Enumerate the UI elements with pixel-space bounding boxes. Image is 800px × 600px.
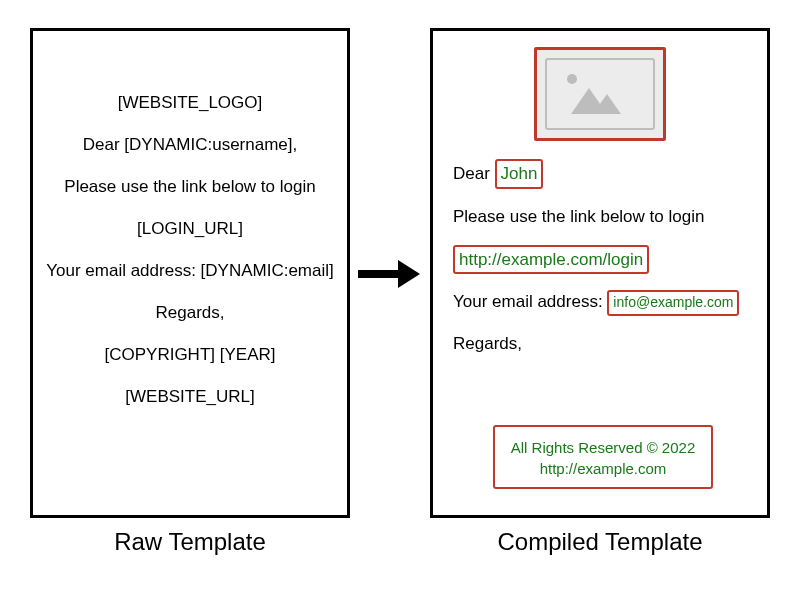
compiled-template-caption: Compiled Template <box>430 528 770 556</box>
username-value: John <box>495 159 544 189</box>
raw-template-panel: [WEBSITE_LOGO] Dear [DYNAMIC:username], … <box>30 28 350 518</box>
compiled-dear-line: Dear John <box>453 159 747 189</box>
raw-line-website-url: [WEBSITE_URL] <box>43 387 337 407</box>
compiled-regards-line: Regards, <box>453 332 747 356</box>
raw-line-login-url: [LOGIN_URL] <box>43 219 337 239</box>
arrow-icon <box>358 260 422 288</box>
compiled-footer-box: All Rights Reserved © 2022 http://exampl… <box>493 425 713 489</box>
logo-placeholder <box>534 47 666 141</box>
raw-template-caption: Raw Template <box>30 528 350 556</box>
login-url-value: http://example.com/login <box>453 245 649 275</box>
image-placeholder-icon <box>545 58 655 130</box>
raw-line-logo: [WEBSITE_LOGO] <box>43 93 337 113</box>
compiled-login-url-line: http://example.com/login <box>453 245 747 275</box>
compiled-email-line: Your email address: info@example.com <box>453 290 747 316</box>
compiled-template-panel: Dear John Please use the link below to l… <box>430 28 770 518</box>
raw-line-dear: Dear [DYNAMIC:username], <box>43 135 337 155</box>
raw-line-regards: Regards, <box>43 303 337 323</box>
raw-line-body: Please use the link below to login <box>43 177 337 197</box>
email-prefix: Your email address: <box>453 292 603 311</box>
footer-copyright: All Rights Reserved © 2022 <box>501 439 705 456</box>
compiled-body-line: Please use the link below to login <box>453 205 747 229</box>
dear-prefix: Dear <box>453 164 490 183</box>
footer-url: http://example.com <box>501 460 705 477</box>
email-value: info@example.com <box>607 290 739 316</box>
raw-line-email: Your email address: [DYNAMIC:email] <box>43 261 337 281</box>
raw-line-copyright: [COPYRIGHT] [YEAR] <box>43 345 337 365</box>
